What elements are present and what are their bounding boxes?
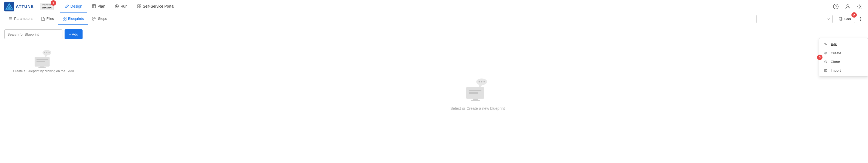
svg-point-33 [46, 52, 48, 53]
subnav-parameters-label: Parameters [14, 16, 32, 21]
left-panel: + Add Create a [0, 25, 87, 163]
menu-edit[interactable]: ✎ Edit [819, 40, 868, 49]
help-icon-btn[interactable]: ? [832, 3, 840, 10]
more-options-btn[interactable] [857, 16, 864, 22]
run-icon [115, 4, 119, 8]
svg-rect-19 [63, 17, 64, 18]
blueprint-empty-icon [32, 49, 55, 69]
file-icon [41, 17, 45, 21]
subnav-blueprints[interactable]: Blueprints [58, 13, 88, 25]
svg-point-28 [860, 17, 861, 18]
logo-area: ATTUNE [4, 2, 36, 11]
center-panel: Select or Create a new blueprint [87, 25, 868, 163]
context-menu-button[interactable]: Con 2 [835, 15, 855, 24]
left-empty-state: Create a Blueprint by clicking on the +A… [4, 43, 83, 73]
svg-rect-48 [471, 100, 480, 101]
sub-nav-wrapper: Parameters Files Blueprints [0, 13, 868, 25]
menu-create-label: Create [831, 51, 841, 55]
svg-marker-7 [116, 5, 118, 7]
context-btn-label: Con [844, 17, 851, 21]
top-nav: ATTUNE Powered SERVER 1 Design Plan [0, 0, 868, 13]
svg-rect-22 [65, 19, 66, 21]
user-icon-btn[interactable] [844, 3, 851, 10]
edit-icon: ✎ [824, 42, 828, 46]
portal-icon [137, 4, 141, 8]
sub-nav-right: Con 2 [756, 15, 864, 24]
copy-icon [839, 17, 843, 21]
svg-rect-3 [92, 5, 96, 8]
nav-portal-label: Self-Service Portal [143, 4, 174, 8]
svg-rect-8 [137, 5, 139, 6]
svg-rect-27 [839, 17, 842, 20]
svg-rect-20 [65, 17, 66, 18]
powered-badge-number: 1 [51, 0, 56, 6]
nav-design-label: Design [70, 4, 83, 8]
svg-rect-21 [63, 19, 64, 21]
menu-clone-label: Clone [831, 60, 840, 64]
svg-point-34 [49, 52, 50, 53]
powered-badge: Powered SERVER 1 [40, 3, 54, 10]
center-empty-text: Select or Create a new blueprint [451, 106, 505, 111]
main-nav: Design Plan Run [60, 0, 179, 13]
subnav-steps[interactable]: Steps [88, 13, 111, 25]
context-badge: 2 [851, 12, 857, 18]
nav-right: ? [832, 3, 864, 10]
svg-point-30 [860, 20, 861, 21]
svg-rect-10 [137, 6, 139, 8]
svg-point-29 [860, 18, 861, 19]
svg-point-14 [847, 5, 849, 7]
menu-import-label: Import [831, 69, 841, 73]
svg-point-43 [484, 81, 485, 83]
add-btn-label: + Add [69, 32, 78, 36]
settings-icon [857, 4, 863, 9]
powered-line1: Powered [42, 4, 51, 6]
steps-icon [92, 17, 96, 21]
help-icon: ? [833, 4, 839, 9]
clone-icon: ⊙ [824, 59, 828, 64]
menu-import[interactable]: ⊡ Import [819, 66, 868, 75]
center-empty-icon [464, 77, 491, 102]
blueprint-search-input[interactable] [4, 29, 62, 39]
svg-point-42 [481, 81, 483, 83]
svg-point-41 [479, 81, 480, 83]
menu-clone[interactable]: ⊙ Clone 3 [819, 57, 868, 66]
dropdown-menu: ✎ Edit ⊕ Create ⊙ Clone 3 ⊡ Import [819, 38, 868, 77]
svg-rect-25 [93, 19, 94, 21]
blueprints-icon [63, 17, 66, 21]
nav-run[interactable]: Run [110, 0, 132, 13]
subnav-files[interactable]: Files [37, 13, 58, 25]
svg-rect-23 [93, 17, 94, 18]
subnav-parameters[interactable]: Parameters [4, 13, 37, 25]
ellipsis-icon [858, 16, 863, 22]
svg-rect-24 [95, 17, 96, 18]
menu-icon [9, 17, 12, 21]
nav-design[interactable]: Design [60, 0, 88, 13]
subnav-steps-label: Steps [98, 16, 107, 21]
svg-rect-9 [140, 5, 141, 6]
nav-plan[interactable]: Plan [87, 0, 110, 13]
svg-rect-11 [140, 6, 141, 8]
svg-rect-46 [469, 92, 478, 94]
plan-icon [92, 4, 96, 8]
svg-rect-45 [469, 90, 482, 91]
subnav-blueprints-label: Blueprints [68, 16, 84, 21]
import-icon: ⊡ [824, 68, 828, 73]
blueprint-select[interactable] [756, 15, 833, 24]
nav-run-label: Run [120, 4, 127, 8]
subnav-files-label: Files [46, 16, 54, 21]
svg-rect-37 [36, 61, 45, 62]
nav-self-service[interactable]: Self-Service Portal [132, 0, 179, 13]
app-title: ATTUNE [16, 4, 34, 9]
settings-icon-btn[interactable] [856, 3, 864, 10]
powered-line2: SERVER [42, 6, 52, 9]
svg-point-32 [44, 52, 45, 53]
clone-badge: 3 [817, 54, 823, 60]
left-empty-text: Create a Blueprint by clicking on the +A… [13, 69, 74, 73]
add-blueprint-button[interactable]: + Add [65, 29, 83, 39]
user-icon [845, 4, 850, 9]
menu-create[interactable]: ⊕ Create [819, 49, 868, 57]
svg-text:?: ? [835, 5, 837, 9]
svg-rect-36 [36, 59, 48, 60]
main-content: + Add Create a [0, 25, 868, 163]
sub-nav: Parameters Files Blueprints [0, 13, 868, 25]
